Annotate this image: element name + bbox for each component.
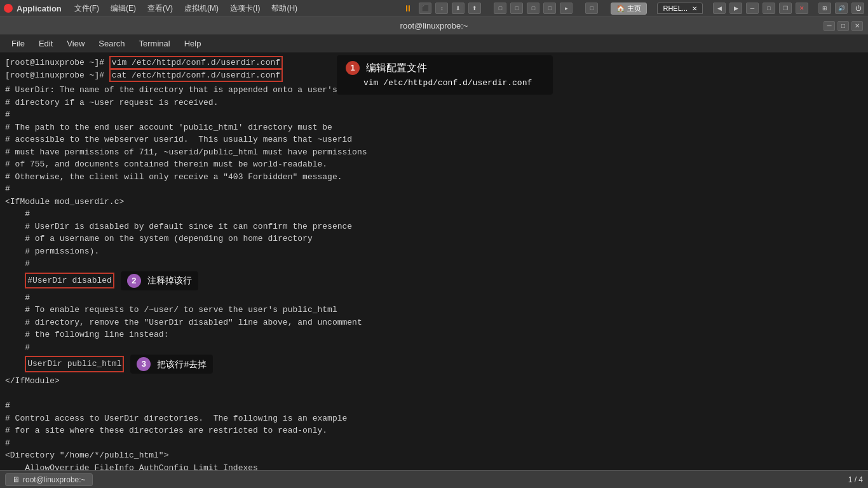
content-block-2: # # To enable requests to /~user/ to ser… — [5, 292, 863, 354]
win-min[interactable]: ─ — [746, 3, 759, 14]
sys-btn-sound[interactable]: 🔊 — [835, 3, 848, 14]
sys-btn-2[interactable]: ↕ — [435, 3, 448, 14]
sys-btn-8[interactable]: □ — [543, 3, 556, 14]
rhel-tab[interactable]: RHEL... ✕ — [657, 3, 703, 14]
nav-left[interactable]: ◀ — [713, 3, 726, 14]
menu-tab[interactable]: 选项卡(I) — [226, 2, 264, 15]
app-title: Application — [17, 4, 62, 13]
win-close-btn[interactable]: ✕ — [851, 21, 863, 31]
userdir-public-pre — [5, 358, 25, 370]
cmd2-highlight: cat /etc/httpd/conf.d/userdir.conf — [109, 69, 283, 82]
annotation-2: 2 注释掉该行 — [121, 271, 198, 290]
menu-vm[interactable]: 虚拟机(M) — [180, 2, 222, 15]
userdir-public-row: UserDir public_html 3 把该行#去掉 — [5, 355, 863, 374]
status-bar: 🖥 root@linuxprobe:~ 1 / 4 — [0, 470, 868, 488]
content-block-1: # UserDir: The name of the directory tha… — [5, 84, 863, 270]
annotation-3: 3 把该行#去掉 — [130, 355, 213, 374]
annotation-label-3: 把该行#去掉 — [157, 358, 207, 371]
home-icon: 🏠 — [616, 4, 625, 13]
sys-btn-9[interactable]: ▸ — [560, 3, 573, 14]
sys-btn-6[interactable]: □ — [510, 3, 523, 14]
content-block-3: </IfModule> # # Control access to UserDi… — [5, 375, 863, 470]
menu-help[interactable]: 帮助(H) — [268, 2, 301, 15]
sys-btn-taskbar[interactable]: ⊞ — [818, 3, 831, 14]
userdir-disabled-pre — [5, 274, 25, 287]
menu-view[interactable]: View — [60, 37, 91, 50]
page-indicator: 1 / 4 — [848, 475, 863, 484]
terminal-titlebar: root@linuxprobe:~ ─ □ ✕ — [0, 17, 868, 35]
userdir-public-highlight: UserDir public_html — [25, 356, 124, 372]
tab-close-icon[interactable]: ✕ — [692, 5, 697, 12]
userdir-disabled-row: #UserDir disabled 2 注释掉该行 — [5, 271, 863, 290]
menu-file[interactable]: File — [5, 37, 31, 50]
terminal-output: [root@linuxprobe ~]# vim /etc/httpd/conf… — [5, 57, 863, 81]
rhel-tab-label: RHEL... — [663, 4, 688, 12]
taskbar-label: root@linuxprobe:~ — [23, 475, 86, 484]
sys-btn-10[interactable]: □ — [585, 3, 598, 14]
pause-icon: ⏸ — [403, 3, 412, 13]
menu-view[interactable]: 查看(V) — [144, 2, 177, 15]
nav-right[interactable]: ▶ — [729, 3, 742, 14]
home-label: 主页 — [627, 4, 641, 13]
menu-edit[interactable]: Edit — [32, 37, 59, 50]
sys-btn-7[interactable]: □ — [527, 3, 539, 14]
annotation-num-2: 2 — [127, 274, 141, 288]
menu-bar: File Edit View Search Terminal Help — [0, 35, 868, 53]
userdir-disabled-highlight: #UserDir disabled — [25, 273, 114, 289]
terminal-content[interactable]: [root@linuxprobe ~]# vim /etc/httpd/conf… — [0, 53, 868, 470]
win-restore[interactable]: ❐ — [779, 3, 792, 14]
menu-edit[interactable]: 编辑(E) — [107, 2, 140, 15]
sys-btn-5[interactable]: □ — [494, 3, 506, 14]
app-icon — [4, 4, 13, 13]
taskbar-terminal[interactable]: 🖥 root@linuxprobe:~ — [5, 473, 93, 486]
system-bar: Application 文件(F) 编辑(E) 查看(V) 虚拟机(M) 选项卡… — [0, 0, 868, 17]
win-close[interactable]: ✕ — [796, 3, 808, 14]
win-maximize[interactable]: □ — [837, 21, 849, 31]
sys-btn-power[interactable]: ⏻ — [851, 3, 864, 14]
taskbar-icon: 🖥 — [12, 475, 20, 484]
menu-search[interactable]: Search — [92, 37, 131, 50]
menu-terminal[interactable]: Terminal — [133, 37, 177, 50]
menu-file[interactable]: 文件(F) — [71, 2, 103, 15]
sys-btn-3[interactable]: ⬇ — [452, 3, 465, 14]
window-controls: ─ □ ✕ — [824, 21, 863, 31]
annotation-label-2: 注释掉该行 — [147, 274, 192, 287]
annotation-num-3: 3 — [137, 357, 151, 371]
win-max[interactable]: □ — [763, 3, 775, 14]
sys-btn-4[interactable]: ⬆ — [468, 3, 481, 14]
menu-help[interactable]: Help — [178, 37, 208, 50]
cmd1-highlight: vim /etc/httpd/conf.d/userdir.conf — [109, 56, 283, 69]
win-minimize[interactable]: ─ — [824, 21, 835, 31]
terminal-title: root@linuxprobe:~ — [400, 21, 468, 30]
home-button[interactable]: 🏠 主页 — [611, 3, 647, 15]
sys-btn-1[interactable]: ⬛ — [419, 3, 431, 14]
